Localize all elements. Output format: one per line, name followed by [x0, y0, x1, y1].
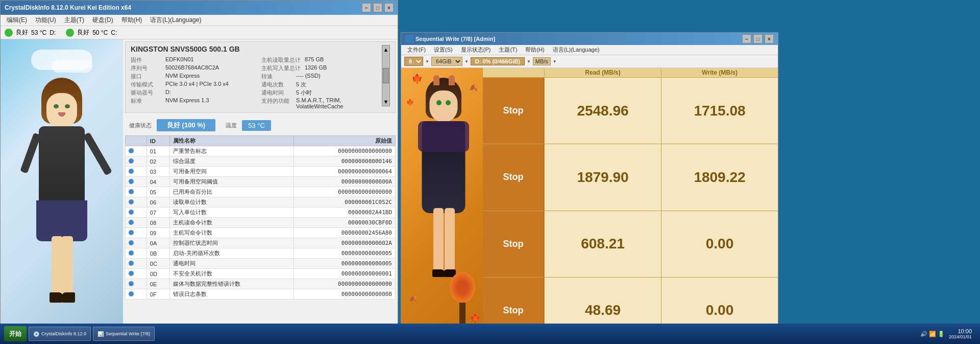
char-arm-left: [20, 132, 41, 173]
char2-shawl: [418, 121, 469, 152]
smart-name-4: 已用寿命百分比: [170, 187, 294, 197]
smart-id-8: 09: [146, 228, 169, 238]
cdm-menu-settings[interactable]: 设置(S): [430, 45, 457, 55]
temp-2: 50 °C: [92, 29, 108, 36]
clock-display: 10:00 2024/01/01: [949, 328, 972, 339]
menu-help[interactable]: 帮助(H): [117, 15, 146, 26]
cdm-menu-status[interactable]: 显示状态(P): [457, 45, 495, 55]
cdm-close-button[interactable]: ×: [765, 34, 774, 43]
power-time-label: 通电时间: [261, 89, 292, 97]
status-item-1: 良好 53 °C D:: [5, 28, 56, 37]
smart-raw-14: 000000000000008: [293, 289, 395, 300]
char2-eye-right: [446, 100, 451, 105]
bench-write-1: 1715.08: [662, 78, 778, 144]
cdm-size-select[interactable]: 64GiB: [431, 57, 462, 66]
menu-function[interactable]: 功能(U): [31, 15, 60, 26]
smart-id-0: 01: [146, 146, 169, 156]
smart-raw-7: 00000030CBF0D: [293, 218, 395, 228]
cdm-minimize-button[interactable]: −: [742, 34, 751, 43]
stop-button-1[interactable]: Stop: [483, 78, 544, 144]
smart-name-2: 可用备用空间: [170, 167, 294, 177]
transfer-label: 传输模式: [131, 81, 161, 88]
firmware-label: 固件: [131, 56, 161, 64]
anime-background-right: 🍁 🍂 🍁 🍁 🍂: [401, 68, 483, 343]
char2-shoe-left: [432, 269, 445, 277]
taskbar-right: 🔊 📶 🔋 10:00 2024/01/01: [920, 328, 976, 339]
smart-id-4: 05: [146, 187, 169, 197]
menu-disk[interactable]: 硬盘(D): [88, 15, 117, 26]
health-value-button[interactable]: 良好 (100 %): [157, 119, 215, 131]
smart-name-7: 主机读命令计数: [170, 218, 294, 228]
col-dot: [126, 136, 147, 146]
smart-row-9: 0A 控制器忙状态时间 00000000000002A: [126, 238, 396, 248]
detail-driver: 驱动器号 D:: [131, 89, 251, 97]
smart-dot-13: [126, 279, 147, 289]
menu-edit[interactable]: 编辑(E): [3, 15, 31, 26]
smart-row-0: 01 严重警告标志 0000000000000000: [126, 146, 396, 156]
cdm-menu-theme[interactable]: 主题(T): [495, 45, 521, 55]
menu-language[interactable]: 语言(L)(Language): [146, 15, 205, 26]
smart-dot-6: [126, 208, 147, 218]
rotation-label: 转速: [261, 73, 292, 80]
char-shoe-left: [50, 292, 63, 303]
cdm-menu-file[interactable]: 文件(F): [403, 45, 430, 55]
stop-button-3[interactable]: Stop: [483, 211, 544, 277]
smart-name-13: 媒体与数据完整性错误计数: [170, 279, 294, 289]
cdm-count-select[interactable]: 8: [404, 57, 423, 66]
col-id: ID: [146, 136, 169, 146]
smart-name-14: 错误日志条数: [170, 289, 294, 300]
health-status-label: 健康状态: [129, 122, 152, 129]
detail-rotation: 转速 ---- (SSD): [261, 73, 382, 80]
smart-row-10: 0B 启动-关闭循环次数 000000000000005: [126, 248, 396, 259]
cdm-menu-help[interactable]: 帮助(H): [521, 45, 548, 55]
disk-info-left: KINGSTON SNVS500G 500.1 GB 固件 EDFK0N01 主…: [131, 45, 382, 109]
cdm-maximize-button[interactable]: □: [753, 34, 763, 43]
benchmark-row-2: Stop 1879.90 1809.22: [483, 144, 778, 210]
anime-background-left: © hasumi kaoruPronama LLC: [1, 39, 123, 343]
driver-value: D:: [165, 89, 171, 97]
cdm-titlebar-controls: − □ ×: [742, 34, 774, 43]
scrollbar[interactable]: ▲ ▼: [382, 45, 390, 106]
cdm-window: Sequential Write (7/8) [Admin] − □ × 文件(…: [401, 32, 778, 344]
size-arrow-icon: ▼: [464, 59, 469, 64]
menu-theme[interactable]: 主题(T): [60, 15, 88, 26]
smart-row-11: 0C 通电时间 000000000000005: [126, 259, 396, 269]
scroll-down-icon[interactable]: ▼: [383, 99, 389, 105]
minimize-button[interactable]: −: [362, 3, 371, 12]
smart-row-12: 0D 不安全关机计数 000000000000001: [126, 269, 396, 279]
taskbar-cdm-button[interactable]: 📊 Sequential Write (7/8): [93, 327, 155, 341]
smart-dot-7: [126, 218, 147, 228]
smart-header-row: ID 属性名称 原始值: [126, 136, 396, 146]
close-button[interactable]: ×: [384, 3, 394, 12]
write-total-label: 主机写入量总计: [261, 64, 301, 72]
maximize-button[interactable]: □: [373, 3, 382, 12]
smart-dot-12: [126, 269, 147, 279]
health-icon-2: [66, 29, 74, 37]
smart-raw-4: 0000000000000000: [293, 187, 395, 197]
cdm-taskbar-icon: 📊: [97, 331, 104, 337]
char2-horn-right: [449, 75, 455, 85]
start-button[interactable]: 开始: [4, 326, 27, 341]
smart-name-3: 可用备用空间阈值: [170, 177, 294, 187]
cdm-menu-language[interactable]: 语言(L)(Language): [549, 45, 604, 55]
cdm-taskbar-label: Sequential Write (7/8): [106, 331, 150, 336]
stop-button-2[interactable]: Stop: [483, 144, 544, 210]
smart-dot-1: [126, 156, 147, 167]
smart-name-5: 读取单位计数: [170, 197, 294, 208]
bench-read-3: 608.21: [544, 211, 662, 277]
cdi-title: CrystalDiskInfo 8.12.0 Kurei Kei Edition…: [5, 4, 131, 11]
char2-leg-right: [445, 208, 455, 274]
cdm-drive-display: D: 0% (0/466GiB): [471, 57, 525, 65]
smart-row-3: 04 可用备用空间阈值 00000000000000A: [126, 177, 396, 187]
smart-id-14: 0F: [146, 289, 169, 300]
scroll-indicator[interactable]: ▲ ▼: [382, 45, 390, 106]
cdm-title: Sequential Write (7/8) [Admin]: [415, 36, 495, 42]
detail-read: 主机读取量总计 875 GB: [261, 56, 382, 64]
health-icon-1: [5, 29, 13, 37]
scroll-up-icon[interactable]: ▲: [383, 47, 389, 53]
taskbar-cdi-button[interactable]: 💿 CrystalDiskInfo 8.12.0: [29, 327, 91, 341]
scroll-thumb[interactable]: [383, 68, 389, 83]
read-total-value: 875 GB: [305, 56, 324, 64]
smart-id-5: 06: [146, 197, 169, 208]
bench-read-1: 2548.96: [544, 78, 662, 144]
